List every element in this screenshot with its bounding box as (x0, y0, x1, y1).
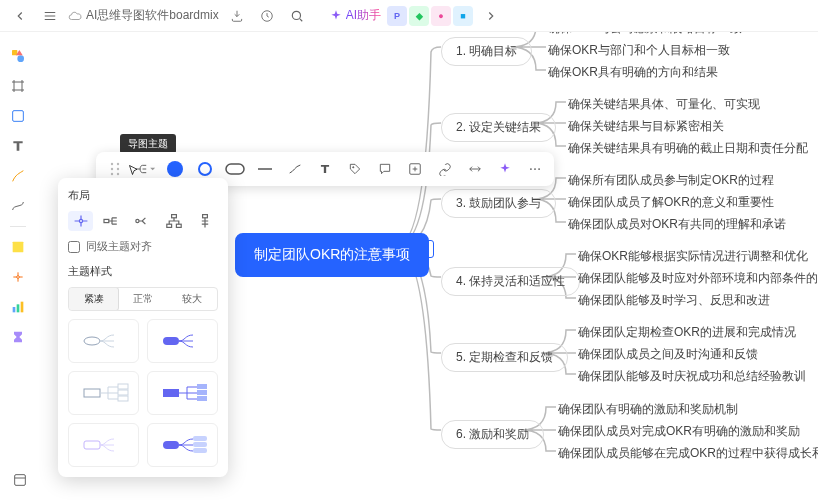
mindmap-tool[interactable] (6, 265, 30, 289)
more-button[interactable] (524, 158, 546, 180)
svg-rect-5 (13, 242, 24, 253)
leaf[interactable]: 确保团队有明确的激励和奖励机制 (558, 401, 738, 418)
leaf[interactable]: 确保团队成员了解OKR的意义和重要性 (568, 194, 774, 211)
forward-button[interactable] (479, 4, 503, 28)
connector-tool[interactable] (6, 194, 30, 218)
center-node[interactable]: 制定团队OKR的注意事项 (236, 234, 428, 276)
align-checkbox-input[interactable] (68, 241, 80, 253)
drag-handle[interactable] (104, 158, 126, 180)
svg-rect-29 (203, 215, 208, 218)
leaf[interactable]: 确保团队能够及时应对外部环境和内部条件的变化 (578, 270, 818, 287)
structure-fishbone[interactable] (193, 211, 218, 231)
tooltip: 导图主题 (120, 134, 176, 154)
leaf[interactable]: 确保团队能够及时学习、反思和改进 (578, 292, 770, 309)
avatar[interactable]: ◆ (409, 6, 429, 26)
svg-point-13 (111, 168, 113, 170)
branch-5[interactable]: 5. 定期检查和反馈 (441, 343, 568, 372)
stroke-color[interactable] (194, 158, 216, 180)
tab-compact[interactable]: 紧凑 (68, 287, 119, 311)
avatar[interactable]: ● (431, 6, 451, 26)
svg-point-11 (111, 163, 113, 165)
leaf[interactable]: 确保团队定期检查OKR的进展和完成情况 (578, 324, 796, 341)
leaf[interactable]: 确保团队成员能够在完成OKR的过程中获得成长和发展机会 (558, 445, 818, 462)
leaf[interactable]: 确保OKR具有明确的方向和结果 (548, 64, 718, 81)
density-tabs: 紧凑 正常 较大 (68, 287, 218, 311)
theme-option-4[interactable] (147, 371, 218, 415)
leaf[interactable]: 确保关键结果与目标紧密相关 (568, 118, 724, 135)
theme-option-6[interactable] (147, 423, 218, 467)
history-button[interactable] (255, 4, 279, 28)
leaf[interactable]: 确保团队成员之间及时沟通和反馈 (578, 346, 758, 363)
svg-point-15 (111, 173, 113, 175)
ai-button[interactable] (494, 158, 516, 180)
export-button[interactable] (225, 4, 249, 28)
svg-point-3 (17, 55, 24, 62)
menu-button[interactable] (38, 4, 62, 28)
svg-rect-43 (193, 442, 207, 447)
branch-2[interactable]: 2. 设定关键结果 (441, 113, 556, 142)
structure-right[interactable] (99, 211, 124, 231)
swap-button[interactable] (464, 158, 486, 180)
layers-button[interactable] (8, 468, 32, 492)
align-checkbox[interactable]: 同级主题对齐 (68, 239, 218, 254)
branch-1[interactable]: 1. 明确目标 (441, 37, 532, 66)
leaf[interactable]: 确保关键结果具体、可量化、可实现 (568, 96, 760, 113)
svg-rect-33 (118, 384, 128, 389)
svg-point-20 (530, 168, 532, 170)
leaf[interactable]: 确保关键结果具有明确的截止日期和责任分配 (568, 140, 808, 157)
pen-tool[interactable] (6, 164, 30, 188)
theme-option-2[interactable] (147, 319, 218, 363)
border-style[interactable] (254, 158, 276, 180)
link-button[interactable] (434, 158, 456, 180)
structure-org[interactable] (162, 211, 187, 231)
leaf[interactable]: 确保团队能够及时庆祝成功和总结经验教训 (578, 368, 806, 385)
add-button[interactable] (404, 158, 426, 180)
theme-option-3[interactable] (68, 371, 139, 415)
comment-button[interactable] (374, 158, 396, 180)
leaf[interactable]: 确保所有团队成员参与制定OKR的过程 (568, 172, 774, 189)
node-shape[interactable] (224, 158, 246, 180)
back-button[interactable] (8, 4, 32, 28)
tab-normal[interactable]: 正常 (118, 288, 167, 310)
theme-option-5[interactable] (68, 423, 139, 467)
frame-tool[interactable] (6, 74, 30, 98)
svg-rect-27 (167, 224, 172, 227)
leaf[interactable]: 确保团队成员对完成OKR有明确的激励和奖励 (558, 423, 800, 440)
align-label: 同级主题对齐 (86, 239, 152, 254)
chart-tool[interactable] (6, 295, 30, 319)
theme-option-1[interactable] (68, 319, 139, 363)
shapes-tool[interactable] (6, 44, 30, 68)
svg-rect-32 (84, 389, 100, 397)
avatar[interactable]: ■ (453, 6, 473, 26)
sparkle-icon (329, 9, 343, 23)
svg-rect-31 (163, 337, 179, 345)
line-style[interactable] (284, 158, 306, 180)
ai-assistant-button[interactable]: AI助手 (329, 7, 381, 24)
leaf[interactable]: 确保团队成员对OKR有共同的理解和承诺 (568, 216, 786, 233)
tag-button[interactable] (344, 158, 366, 180)
leaf[interactable]: 确保OKR与公司愿景和战略目标一致 (548, 32, 742, 37)
svg-rect-10 (15, 475, 26, 486)
branch-6[interactable]: 6. 激励和奖励 (441, 420, 544, 449)
fill-color[interactable] (164, 158, 186, 180)
more-tool[interactable] (6, 325, 30, 349)
leaf[interactable]: 确保OKR能够根据实际情况进行调整和优化 (578, 248, 808, 265)
shape-tool[interactable] (6, 104, 30, 128)
tab-large[interactable]: 较大 (168, 288, 217, 310)
layout-button[interactable] (134, 158, 156, 180)
avatar[interactable]: P (387, 6, 407, 26)
add-child-button[interactable]: + (416, 240, 434, 258)
document-title[interactable]: AI思维导图软件boardmix (68, 7, 219, 24)
structure-row (68, 211, 218, 231)
structure-tree[interactable] (130, 211, 155, 231)
collaborator-avatars[interactable]: P ◆ ● ■ (387, 6, 473, 26)
leaf[interactable]: 确保OKR与部门和个人目标相一致 (548, 42, 730, 59)
topbar: AI思维导图软件boardmix AI助手 P ◆ ● ■ (0, 0, 818, 32)
sticky-note-tool[interactable] (6, 235, 30, 259)
search-button[interactable] (285, 4, 309, 28)
branch-3[interactable]: 3. 鼓励团队参与 (441, 189, 556, 218)
structure-radial[interactable] (68, 211, 93, 231)
text-tool[interactable] (6, 134, 30, 158)
branch-4[interactable]: 4. 保持灵活和适应性 (441, 267, 580, 296)
text-button[interactable] (314, 158, 336, 180)
